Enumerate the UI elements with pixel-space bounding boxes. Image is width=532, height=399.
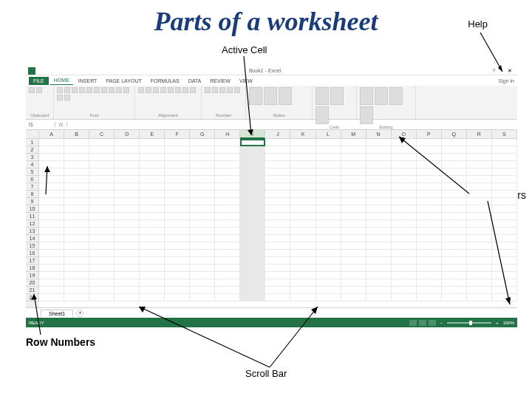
view-layout-button[interactable] (419, 320, 426, 326)
cell[interactable] (64, 228, 89, 235)
cell[interactable] (165, 265, 190, 272)
fx-icon[interactable]: fx (55, 122, 67, 127)
cell[interactable] (417, 220, 442, 228)
ribbon-button[interactable] (316, 87, 329, 105)
cell[interactable] (316, 257, 341, 265)
cell[interactable] (341, 146, 366, 154)
cell[interactable] (417, 146, 442, 154)
cell[interactable] (190, 242, 215, 250)
cell[interactable] (140, 213, 165, 220)
cell[interactable] (89, 161, 115, 168)
cell[interactable] (392, 220, 417, 228)
column-header[interactable]: H (215, 130, 240, 139)
cell[interactable] (442, 191, 467, 198)
cell[interactable] (190, 279, 215, 287)
cell[interactable] (290, 287, 316, 294)
cell[interactable] (290, 176, 316, 183)
cell[interactable] (467, 265, 492, 272)
cell[interactable] (64, 198, 89, 205)
cell[interactable] (467, 205, 492, 213)
cell[interactable] (467, 235, 492, 242)
cell[interactable] (467, 228, 492, 235)
cell[interactable] (392, 228, 417, 235)
cell[interactable] (316, 220, 341, 228)
cell[interactable] (366, 287, 392, 294)
cell[interactable] (265, 213, 290, 220)
cell[interactable] (165, 191, 190, 198)
cell[interactable] (240, 250, 265, 257)
cell[interactable] (89, 228, 115, 235)
cell[interactable] (417, 198, 442, 205)
cell[interactable] (265, 235, 290, 242)
cell[interactable] (89, 279, 115, 287)
cell[interactable] (39, 242, 64, 250)
cell[interactable] (341, 198, 366, 205)
cell[interactable] (39, 205, 64, 213)
cell[interactable] (366, 250, 392, 257)
cell[interactable] (265, 198, 290, 205)
cell[interactable] (417, 228, 442, 235)
cell[interactable] (467, 154, 492, 161)
row-header[interactable]: 17 (26, 257, 39, 265)
cell[interactable] (290, 168, 316, 176)
cell[interactable] (442, 294, 467, 301)
cell[interactable] (140, 168, 165, 176)
cell[interactable] (240, 265, 265, 272)
cell[interactable] (240, 235, 265, 242)
cell[interactable] (190, 257, 215, 265)
cell[interactable] (341, 279, 366, 287)
column-header[interactable]: R (467, 130, 492, 139)
cell[interactable] (215, 146, 240, 154)
cell[interactable] (417, 265, 442, 272)
cell[interactable] (165, 205, 190, 213)
view-normal-button[interactable] (409, 320, 417, 326)
cell[interactable] (165, 198, 190, 205)
cell[interactable] (265, 287, 290, 294)
cell[interactable] (64, 168, 89, 176)
cell[interactable] (240, 161, 265, 168)
cell[interactable] (64, 139, 89, 146)
cell[interactable] (290, 139, 316, 146)
cell[interactable] (265, 265, 290, 272)
cell[interactable] (64, 191, 89, 198)
ribbon-button[interactable] (138, 87, 144, 93)
row-header[interactable]: 4 (26, 161, 39, 168)
row-header[interactable]: 7 (26, 183, 39, 191)
cell[interactable] (392, 213, 417, 220)
cell[interactable] (442, 257, 467, 265)
cell[interactable] (467, 213, 492, 220)
cell[interactable] (190, 176, 215, 183)
cell[interactable] (290, 265, 316, 272)
cell[interactable] (366, 265, 392, 272)
ribbon-button[interactable] (360, 87, 373, 105)
cell[interactable] (392, 257, 417, 265)
ribbon-button[interactable] (183, 87, 188, 93)
cell[interactable] (64, 213, 89, 220)
cell[interactable] (290, 191, 316, 198)
cell[interactable] (392, 279, 417, 287)
cell[interactable] (341, 183, 366, 191)
cell[interactable] (265, 294, 290, 301)
cell[interactable] (366, 220, 392, 228)
cell[interactable] (392, 265, 417, 272)
cell[interactable] (442, 265, 467, 272)
ribbon-button[interactable] (64, 87, 70, 93)
cell[interactable] (240, 242, 265, 250)
cell[interactable] (265, 168, 290, 176)
cell[interactable] (316, 139, 341, 146)
cell[interactable] (240, 205, 265, 213)
cell[interactable] (39, 191, 64, 198)
cell[interactable] (290, 294, 316, 301)
cell[interactable] (39, 250, 64, 257)
cell[interactable] (341, 228, 366, 235)
cell[interactable] (341, 168, 366, 176)
cell[interactable] (190, 250, 215, 257)
cell[interactable] (316, 242, 341, 250)
cell[interactable] (115, 242, 140, 250)
cell[interactable] (316, 294, 341, 301)
cell[interactable] (140, 265, 165, 272)
row-header[interactable]: 14 (26, 235, 39, 242)
cell[interactable] (39, 139, 64, 146)
cell[interactable] (265, 279, 290, 287)
ribbon-button[interactable] (57, 95, 63, 100)
